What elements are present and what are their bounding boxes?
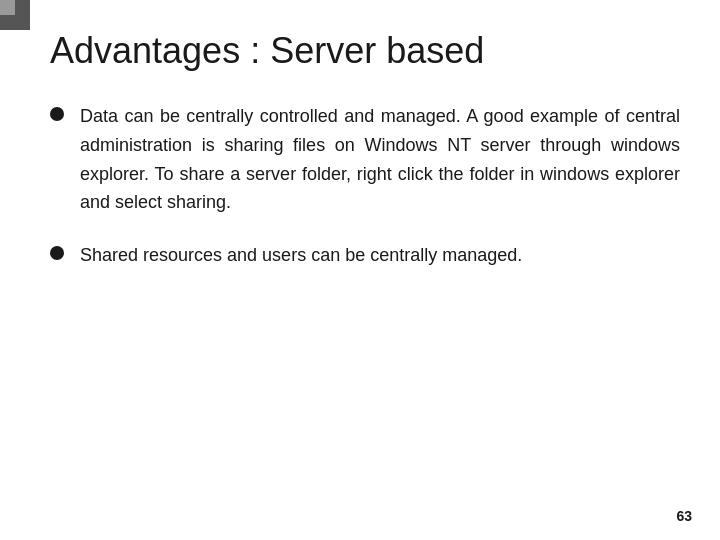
bullet-dot-2 [50, 246, 64, 260]
slide: Advantages : Server based Data can be ce… [0, 0, 720, 540]
bullet-text-2: Shared resources and users can be centra… [80, 241, 522, 270]
bullet-text-1: Data can be centrally controlled and man… [80, 102, 680, 217]
slide-title: Advantages : Server based [50, 30, 680, 72]
corner-decoration-inner [0, 0, 15, 15]
bullet-list: Data can be centrally controlled and man… [50, 102, 680, 270]
page-number: 63 [676, 508, 692, 524]
bullet-item-1: Data can be centrally controlled and man… [50, 102, 680, 217]
bullet-item-2: Shared resources and users can be centra… [50, 241, 680, 270]
bullet-dot-1 [50, 107, 64, 121]
